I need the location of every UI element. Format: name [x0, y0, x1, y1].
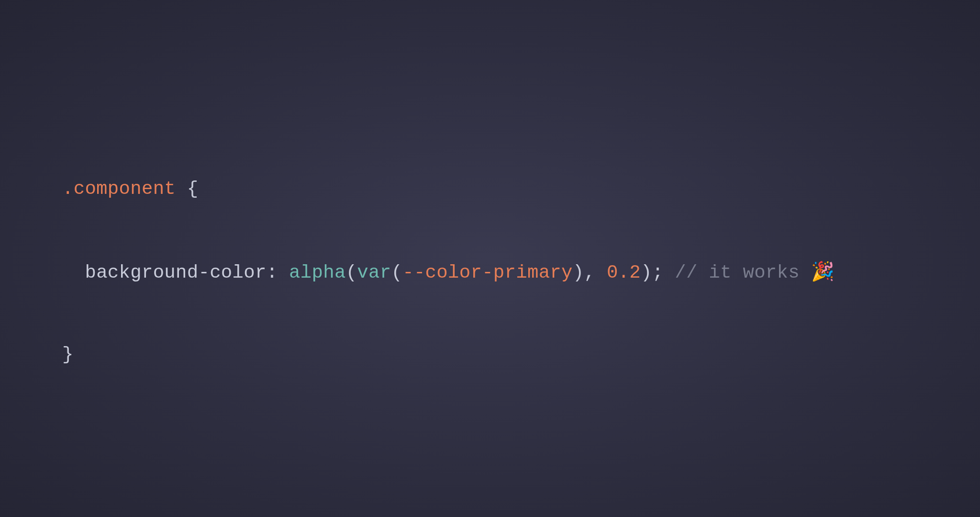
token-function-var: var [357, 262, 391, 283]
token-property: background-color [85, 262, 266, 283]
code-line-2: background-color: alpha(var(--color-prim… [62, 258, 835, 287]
code-snippet: .component { background-color: alpha(var… [0, 121, 835, 396]
token-number: 0.2 [607, 262, 641, 283]
token-space [663, 262, 675, 283]
token-brace-close: } [62, 344, 74, 365]
token-brace-open: { [187, 179, 199, 200]
code-line-3: } [62, 341, 835, 369]
token-comma: , [584, 262, 606, 283]
token-space [176, 179, 187, 200]
token-colon: : [267, 262, 289, 283]
token-function-alpha: alpha [289, 262, 346, 283]
token-paren-open-2: ( [391, 262, 402, 283]
token-selector: .component [62, 179, 176, 200]
token-argument: --color-primary [402, 262, 573, 283]
token-paren-open-1: ( [346, 262, 357, 283]
token-paren-close-2: ) [573, 262, 584, 283]
token-paren-close-1: ) [641, 262, 652, 283]
token-comment-slashes: // [675, 262, 709, 283]
code-line-1: .component { [62, 176, 835, 203]
party-popper-icon: 🎉 [811, 260, 835, 282]
token-semicolon: ; [652, 262, 664, 283]
token-comment-text: it works [709, 262, 811, 283]
token-indent [62, 262, 85, 283]
